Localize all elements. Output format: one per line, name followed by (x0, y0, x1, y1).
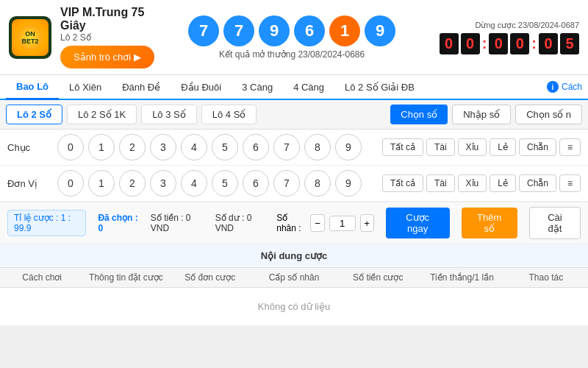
donvi-tatca[interactable]: Tất cả (382, 174, 423, 192)
chuc-label: Chục (7, 142, 51, 153)
tab1-anhde[interactable]: Đánh Đề (112, 76, 171, 99)
balls-row: 7 7 9 6 1 9 (188, 15, 395, 46)
chuc-5[interactable]: 5 (212, 134, 238, 160)
donvi-9[interactable]: 9 (335, 170, 362, 197)
donvi-tai[interactable]: Tài (426, 174, 455, 192)
chuc-7[interactable]: 7 (273, 134, 300, 160)
cd-m1: 0 (489, 33, 508, 54)
donvi-1[interactable]: 1 (88, 170, 115, 197)
chuc-3[interactable]: 3 (150, 134, 176, 160)
ball-1: 7 (223, 15, 254, 46)
col-capsonhan: Cấp số nhân (252, 272, 336, 283)
game-title: VIP M.Trung 75 Giây (60, 6, 172, 32)
multiply-decrease-button[interactable]: − (310, 214, 324, 232)
logo-box: ONBET2 (9, 16, 51, 59)
donvi-le[interactable]: Lẻ (490, 174, 516, 192)
chosen-info: Đã chọn : 0 (98, 213, 138, 233)
chuc-1[interactable]: 1 (88, 134, 115, 160)
table-header: Nội dung cược (0, 244, 588, 268)
multiply-increase-button[interactable]: + (360, 214, 374, 232)
tabs2: Lô 2 Số Lô 2 Số 1K Lô 3 Số Lô 4 Số Chọn … (0, 100, 588, 130)
tab1-dauduoi[interactable]: Đầu Đuôi (171, 76, 232, 99)
donvi-0[interactable]: 0 (57, 170, 84, 197)
cd-s2: 5 (560, 33, 579, 54)
donvi-7[interactable]: 7 (273, 170, 300, 197)
result-label: Kết quả mở thưởng 23/08/2024-0686 (219, 49, 365, 60)
donvi-section: Đơn Vị 0 1 2 3 4 5 6 7 8 9 Tất cả Tài Xỉ… (0, 166, 588, 202)
game-sub: Lô 2 Số (60, 32, 172, 43)
cd-m2: 0 (510, 33, 529, 54)
cd-h2: 0 (461, 33, 480, 54)
tabs1: Bao Lô Lô Xiên Đánh Đề Đầu Đuôi 3 Càng 4… (0, 75, 588, 100)
chuc-tatca[interactable]: Tất cả (382, 138, 423, 156)
tab2-lo2so[interactable]: Lô 2 Số (6, 105, 62, 124)
col-tientang: Tiền thắng/1 lần (420, 272, 503, 283)
chuc-chan[interactable]: Chẵn (519, 138, 556, 156)
chuc-2[interactable]: 2 (119, 134, 146, 160)
donvi-quick-btns: Tất cả Tài Xỉu Lẻ Chẵn ≡ (382, 174, 581, 192)
chuc-xiu[interactable]: Xỉu (458, 138, 487, 156)
donvi-8[interactable]: 8 (304, 170, 331, 197)
col-cachchoi: Cách chơi (0, 272, 84, 283)
balls-area: 7 7 9 6 1 9 Kết quả mở thưởng 23/08/2024… (181, 15, 404, 60)
reset-button[interactable]: Cài đặt (529, 207, 581, 239)
table-cols: Cách chơi Thông tin đặt cược Số đơn cược… (0, 268, 588, 288)
logo-inner: ONBET2 (12, 19, 49, 56)
rate-badge: Tỉ lệ cược : 1 : 99.9 (7, 210, 86, 236)
donvi-2[interactable]: 2 (119, 170, 146, 197)
countdown-label: Dừng cược 23/08/2024-0687 (412, 21, 579, 30)
tab1-lo2sodb[interactable]: Lô 2 Số Giải ĐB (334, 76, 425, 99)
donvi-xiu[interactable]: Xỉu (458, 174, 487, 192)
add-button[interactable]: Thêm số (462, 208, 517, 238)
bet-button[interactable]: Cược ngay (386, 208, 450, 238)
chuc-section: Chục 0 1 2 3 4 5 6 7 8 9 Tất cả Tài Xỉu … (0, 130, 588, 166)
header: ONBET2 VIP M.Trung 75 Giây Lô 2 Số Sảnh … (0, 0, 588, 75)
tab2-lo3so[interactable]: Lô 3 Số (141, 105, 197, 124)
balance-info: Số dư : 0 VND (215, 213, 265, 233)
col-sotien: Số tiền cược (336, 272, 420, 283)
donvi-5[interactable]: 5 (212, 170, 238, 197)
tab2-right-btns: Chọn số Nhập số Chọn số n (390, 105, 582, 124)
ball-3: 6 (294, 15, 325, 46)
ball-5: 9 (365, 15, 395, 46)
cd-h1: 0 (440, 33, 459, 54)
chuc-6[interactable]: 6 (243, 134, 269, 160)
tab1-cach[interactable]: i Cách (547, 81, 582, 93)
ball-0: 7 (188, 15, 219, 46)
donvi-chan[interactable]: Chẵn (519, 174, 556, 192)
chuc-0[interactable]: 0 (57, 134, 84, 160)
col-sodon: Số đơn cược (168, 272, 252, 283)
table-section: Nội dung cược Cách chơi Thông tin đặt cư… (0, 244, 588, 325)
info-icon: i (547, 81, 559, 93)
tab1-baolo[interactable]: Bao Lô (6, 75, 59, 100)
donvi-6[interactable]: 6 (243, 170, 269, 197)
countdown-digits: 0 0 : 0 0 : 0 5 (412, 33, 579, 54)
table-empty: Không có dữ liệu (0, 288, 588, 325)
tab2-lo4so[interactable]: Lô 4 Số (201, 105, 257, 124)
ball-2: 9 (259, 15, 290, 46)
play-button[interactable]: Sảnh trò chơi ▶ (60, 46, 154, 68)
nhap-so-button[interactable]: Nhập số (452, 105, 511, 124)
bottom-bar: Tỉ lệ cược : 1 : 99.9 Đã chọn : 0 Số tiề… (0, 202, 588, 244)
chuc-8[interactable]: 8 (304, 134, 331, 160)
cd-s1: 0 (539, 33, 558, 54)
tab1-loxien[interactable]: Lô Xiên (59, 76, 112, 99)
chuc-9[interactable]: 9 (335, 134, 362, 160)
chuc-le[interactable]: Lẻ (490, 138, 516, 156)
game-info: VIP M.Trung 75 Giây Lô 2 Số Sảnh trò chơ… (60, 6, 172, 68)
donvi-4[interactable]: 4 (181, 170, 207, 197)
donvi-label: Đơn Vị (7, 178, 51, 189)
chuc-tai[interactable]: Tài (426, 138, 455, 156)
chon-so-button[interactable]: Chọn số (390, 105, 448, 124)
tab1-4cang[interactable]: 4 Càng (283, 76, 334, 99)
col-thongtin: Thông tin đặt cược (84, 272, 168, 283)
chuc-more[interactable]: ≡ (559, 138, 581, 156)
chon-so-n-button[interactable]: Chọn số n (515, 105, 582, 124)
multiplier-input[interactable] (329, 216, 356, 231)
ball-4: 1 (329, 15, 360, 46)
donvi-3[interactable]: 3 (150, 170, 176, 197)
chuc-4[interactable]: 4 (181, 134, 207, 160)
tab1-3cang[interactable]: 3 Càng (232, 76, 283, 99)
donvi-more[interactable]: ≡ (559, 174, 581, 192)
tab2-lo2so1k[interactable]: Lô 2 Số 1K (67, 105, 137, 124)
